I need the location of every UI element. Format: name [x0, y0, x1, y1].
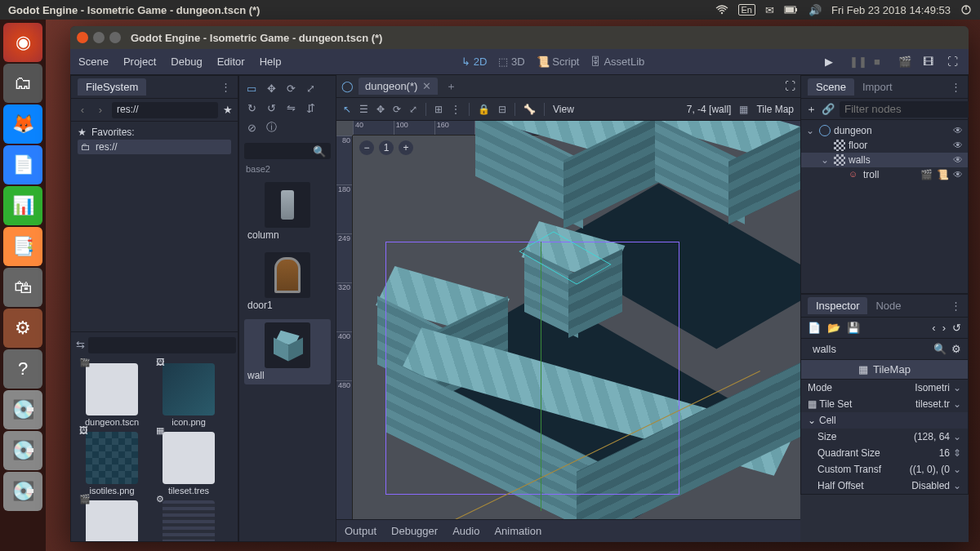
menu-scene[interactable]: Scene [78, 56, 109, 68]
fs-back-button[interactable]: ‹ [76, 104, 89, 116]
file-item[interactable]: ⚙ troll.gd [153, 500, 225, 542]
vp-lock-icon[interactable]: 🔒 [478, 104, 490, 115]
add-node-icon[interactable]: ＋ [806, 102, 817, 117]
tile-item-column[interactable]: column [244, 179, 331, 244]
file-item[interactable]: 🎬 dungeon.tscn [76, 363, 148, 427]
tool-rotate-icon[interactable]: ⟳ [283, 81, 298, 96]
vp-group-icon[interactable]: ⊟ [498, 104, 506, 115]
fs-search-input[interactable] [88, 337, 236, 353]
launcher-impress-icon[interactable]: 📑 [3, 227, 42, 266]
inspector-save-icon[interactable]: 💾 [847, 322, 860, 334]
prop-quadrant-size[interactable]: Quadrant Size 16⇕ [801, 445, 968, 461]
vp-bone-icon[interactable]: 🦴 [523, 104, 536, 115]
node-floor[interactable]: floor 👁 [801, 138, 968, 153]
stop-button[interactable]: ■ [874, 56, 887, 69]
fs-path-field[interactable]: res:// [112, 102, 218, 118]
inspector-new-icon[interactable]: 📄 [808, 322, 821, 334]
launcher-firefox-icon[interactable]: 🦊 [3, 104, 42, 144]
tool-info-icon[interactable]: ⓘ [264, 120, 278, 135]
launcher-files-icon[interactable]: 🗂 [3, 64, 42, 103]
launcher-disk2-icon[interactable]: 💽 [3, 431, 42, 470]
launcher-disk1-icon[interactable]: 💽 [3, 390, 42, 429]
zoom-out-button[interactable]: − [359, 140, 374, 155]
language-indicator[interactable]: En [738, 4, 755, 16]
node-troll[interactable]: ☺ troll 🎬 📜 👁 [801, 167, 968, 182]
vp-rotate-icon[interactable]: ⟳ [393, 104, 401, 115]
window-titlebar[interactable]: Godot Engine - Isometric Game - dungeon.… [70, 26, 969, 49]
viewport[interactable]: 40100160220280340400460520580640 8018024… [336, 121, 800, 519]
tool-flip-h-icon[interactable]: ⇋ [283, 100, 298, 115]
scene-tab-header[interactable]: Scene [808, 78, 854, 96]
scene-filter-input[interactable] [840, 101, 969, 118]
inspector-back-icon[interactable]: ‹ [932, 322, 935, 334]
prop-custom-transform[interactable]: Custom Transf ((1, 0), (0⌄ [801, 461, 968, 478]
inspector-class-header[interactable]: ▦ TileMap [801, 360, 968, 380]
filesystem-tab[interactable]: FileSystem [78, 78, 146, 96]
fs-tree-toggle-icon[interactable]: ⇆ [76, 339, 85, 351]
pause-button[interactable]: ❚❚ [849, 56, 862, 69]
power-icon[interactable] [960, 4, 972, 16]
launcher-ubuntu-icon[interactable]: ◉ [3, 23, 42, 62]
launcher-disk3-icon[interactable]: 💽 [3, 472, 42, 511]
vp-select-icon[interactable]: ↖ [343, 104, 351, 115]
clock[interactable]: Fri Feb 23 2018 14:49:53 [831, 4, 951, 16]
mail-icon[interactable]: ✉ [765, 4, 774, 16]
add-tab-button[interactable]: ＋ [446, 79, 457, 94]
zoom-in-button[interactable]: + [399, 140, 413, 155]
fs-forward-button[interactable]: › [94, 104, 107, 116]
menu-help[interactable]: Help [260, 56, 282, 68]
launcher-help-icon[interactable]: ? [3, 349, 42, 389]
filesystem-menu-icon[interactable]: ⋮ [220, 81, 231, 93]
bottom-audio[interactable]: Audio [452, 525, 479, 537]
close-tab-icon[interactable]: ✕ [422, 80, 431, 92]
vp-tilemap-menu[interactable]: Tile Map [756, 104, 794, 115]
vp-snap-opts-icon[interactable]: ⋮ [451, 104, 461, 115]
node-walls[interactable]: ⌄ walls 👁 [801, 153, 968, 167]
launcher-calc-icon[interactable]: 📊 [3, 186, 42, 225]
vp-scale-icon[interactable]: ⤢ [409, 104, 417, 115]
tool-move-icon[interactable]: ✥ [264, 81, 278, 96]
node-dungeon[interactable]: ⌄ dungeon 👁 [801, 123, 968, 138]
visibility-icon[interactable]: 👁 [953, 169, 963, 180]
vp-snap-icon[interactable]: ⊞ [434, 104, 443, 115]
fs-favorite-button[interactable]: ★ [223, 104, 233, 116]
render-settings-button[interactable]: ⛶ [947, 56, 960, 69]
mode-3d-button[interactable]: ⬚ 3D [498, 56, 524, 68]
window-maximize-button[interactable] [109, 32, 121, 43]
vp-move-icon[interactable]: ✥ [376, 104, 385, 115]
visibility-icon[interactable]: 👁 [953, 154, 963, 166]
fs-fav-res[interactable]: 🗀 res:// [78, 140, 231, 154]
inspector-fwd-icon[interactable]: › [942, 322, 946, 334]
play-custom-scene-button[interactable]: 🎞 [923, 56, 936, 69]
scene-menu-icon[interactable]: ⋮ [951, 81, 961, 93]
bottom-animation[interactable]: Animation [494, 525, 541, 537]
bottom-output[interactable]: Output [345, 525, 376, 537]
battery-icon[interactable] [784, 5, 799, 15]
link-node-icon[interactable]: 🔗 [822, 103, 835, 115]
wifi-icon[interactable] [715, 5, 728, 15]
menu-editor[interactable]: Editor [217, 56, 245, 68]
window-close-button[interactable] [77, 32, 88, 43]
scene-tab[interactable]: dungeon(*) ✕ [359, 78, 438, 95]
tool-select-icon[interactable]: ▭ [244, 81, 259, 96]
file-item[interactable]: 🖼 isotiles.png [76, 432, 148, 495]
tile-item-door1[interactable]: door1 [244, 249, 331, 314]
mode-script-button[interactable]: 📜 Script [537, 56, 580, 68]
zoom-value[interactable]: 1 [379, 140, 394, 155]
inspector-obj-settings-icon[interactable]: ⚙ [951, 343, 961, 355]
window-minimize-button[interactable] [93, 32, 105, 43]
instance-icon[interactable]: 🎬 [920, 169, 933, 180]
tile-item-wall[interactable]: wall [244, 319, 331, 384]
tool-clear-icon[interactable]: ⊘ [244, 120, 259, 135]
prop-size[interactable]: Size (128, 64⌄ [801, 429, 968, 445]
mode-assetlib-button[interactable]: 🗄 AssetLib [590, 56, 644, 68]
inspector-menu-icon[interactable]: ⋮ [951, 300, 961, 312]
file-item[interactable]: ▦ tileset.tres [153, 432, 225, 495]
canvas[interactable] [353, 136, 800, 519]
prop-half-offset[interactable]: Half Offset Disabled⌄ [801, 478, 968, 494]
launcher-writer-icon[interactable]: 📄 [3, 145, 42, 184]
inspector-open-icon[interactable]: 📂 [827, 322, 840, 334]
file-item[interactable]: 🎬 tileset_edit.tscn [76, 500, 148, 542]
play-scene-button[interactable]: 🎬 [898, 56, 911, 69]
script-icon[interactable]: 📜 [937, 169, 949, 180]
